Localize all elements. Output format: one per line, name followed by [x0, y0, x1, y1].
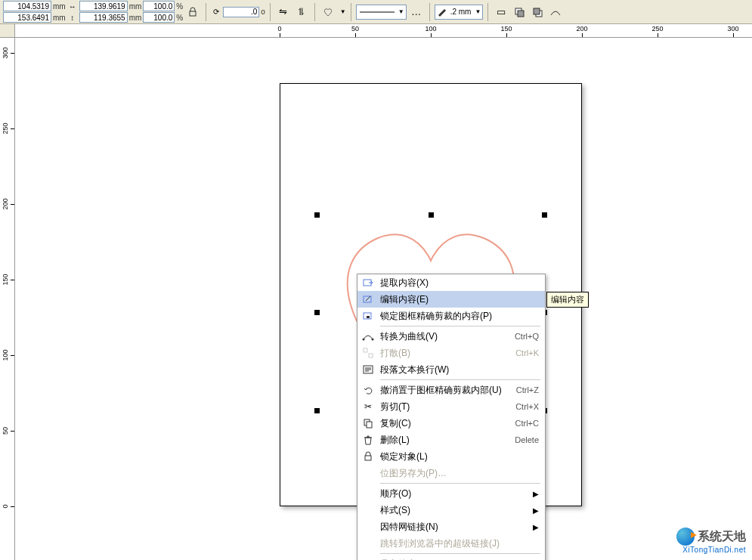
rotation-input[interactable] — [223, 7, 259, 17]
menu-lock-object[interactable]: 锁定对象(L) — [357, 448, 545, 465]
options-icon: … — [411, 6, 421, 17]
vertical-ruler[interactable]: 300250200150100500 — [0, 38, 15, 560]
extract-icon — [361, 276, 376, 289]
shape-tool-button[interactable] — [320, 4, 336, 20]
selection-handle-bl[interactable] — [314, 408, 320, 413]
menu-shortcut: Ctrl+Q — [515, 332, 539, 341]
to-back-button[interactable] — [529, 4, 546, 20]
menu-save-bitmap-as: 位图另存为(P)… — [357, 465, 545, 481]
menu-shortcut: Ctrl+C — [515, 419, 539, 428]
menu-label: 锁定图框精确剪裁的内容 — [380, 311, 480, 321]
unit-label: mm — [53, 2, 66, 11]
selection-handle-ml[interactable] — [314, 310, 320, 315]
convert-curves-button[interactable] — [547, 4, 564, 20]
menu-overprint-fill: 叠印填充(F) — [357, 555, 545, 560]
menu-shortcut: Ctrl+Z — [516, 385, 539, 394]
menu-jump-hyperlink: 跳转到浏览器中的超级链接(J) — [357, 535, 545, 552]
percent-label: % — [176, 14, 183, 22]
menu-label: 撤消置于图框精确剪裁内部 — [380, 385, 489, 395]
context-menu: 提取内容(X) 编辑内容(E) 锁定图框精确剪裁的内容(P) 转换为曲线(V) … — [357, 274, 546, 560]
menu-key: (B) — [398, 348, 410, 358]
x-position-input[interactable] — [3, 1, 51, 11]
wrap-text-button[interactable]: ▭ — [493, 4, 509, 20]
heart-icon — [322, 6, 334, 18]
selection-handle-tm[interactable] — [429, 212, 434, 218]
edit-icon — [361, 292, 376, 306]
horizontal-ruler[interactable]: 050100150200250300 — [15, 24, 752, 38]
to-front-icon — [513, 6, 525, 18]
menu-style[interactable]: 样式(S) ▶ — [357, 502, 545, 518]
menu-edit-content[interactable]: 编辑内容(E) — [357, 291, 545, 308]
menu-internet-link[interactable]: 因特网链接(N) ▶ — [357, 518, 545, 535]
menu-label: 顺序 — [380, 488, 398, 499]
height-input[interactable] — [79, 12, 128, 23]
size-group: ↔ mm ↕ mm — [67, 1, 142, 23]
menu-label: 锁定对象 — [380, 451, 416, 462]
height-icon: ↕ — [67, 12, 78, 23]
mirror-v-button[interactable]: ⥮ — [293, 4, 310, 20]
menu-key: (W) — [435, 364, 449, 375]
lock-clip-icon — [361, 309, 376, 323]
menu-undo[interactable]: 撤消置于图框精确剪裁内部(U) Ctrl+Z — [357, 382, 545, 398]
menu-shortcut: Ctrl+K — [515, 348, 539, 357]
svg-rect-20 — [365, 456, 371, 460]
menu-convert-to-curves[interactable]: 转换为曲线(V) Ctrl+Q — [357, 328, 545, 345]
menu-key: (V) — [426, 331, 438, 342]
menu-label: 提取内容 — [380, 277, 416, 288]
menu-copy[interactable]: 复制(C) Ctrl+C — [357, 415, 545, 432]
menu-key: (L) — [416, 451, 428, 462]
y-position-input[interactable] — [3, 12, 51, 23]
scissors-icon: ✂ — [361, 400, 376, 413]
mirror-v-icon: ⥮ — [297, 6, 305, 17]
unit-label: mm — [129, 2, 142, 11]
line-options-button[interactable]: … — [408, 4, 425, 20]
menu-lock-powerclip[interactable]: 锁定图框精确剪裁的内容(P) — [357, 308, 545, 324]
property-bar: mm mm ↔ mm ↕ mm % % ⟳ o ⇋ — [0, 0, 752, 24]
selection-handle-tl[interactable] — [314, 212, 320, 218]
curves-icon — [361, 330, 376, 343]
lock-ratio-button[interactable] — [184, 4, 201, 20]
menu-order[interactable]: 顺序(O) ▶ — [357, 485, 545, 502]
submenu-arrow-icon: ▶ — [533, 523, 539, 531]
svg-rect-0 — [190, 11, 196, 16]
width-input[interactable] — [79, 1, 128, 11]
break-icon — [361, 346, 376, 360]
tooltip: 编辑内容 — [546, 292, 589, 308]
menu-delete[interactable]: 删除(L) Delete — [357, 432, 545, 448]
line-style-dropdown[interactable]: ▼ — [356, 5, 407, 20]
copy-icon — [361, 416, 376, 430]
svg-rect-19 — [367, 422, 372, 428]
ruler-origin[interactable] — [0, 24, 15, 38]
paragraph-icon — [361, 363, 376, 376]
chevron-down-icon[interactable]: ▼ — [340, 8, 346, 15]
menu-key: (L) — [398, 435, 410, 445]
menu-key: (N) — [426, 521, 438, 532]
menu-key: (U) — [489, 385, 502, 395]
menu-extract-content[interactable]: 提取内容(X) — [357, 274, 545, 291]
menu-label: 编辑内容 — [380, 294, 416, 305]
menu-shortcut: Delete — [515, 435, 539, 444]
mirror-h-button[interactable]: ⇋ — [275, 4, 292, 20]
svg-rect-13 — [369, 354, 373, 357]
scale-x-input[interactable] — [143, 1, 175, 11]
svg-point-10 — [363, 339, 365, 341]
menu-key: (P) — [480, 311, 492, 321]
menu-cut[interactable]: ✂ 剪切(T) Ctrl+X — [357, 398, 545, 415]
outline-width-value: .2 mm — [450, 8, 472, 16]
menu-key: (E) — [416, 294, 429, 305]
selection-handle-tr[interactable] — [542, 212, 547, 218]
undo-icon — [361, 383, 376, 397]
outline-width-dropdown[interactable]: .2 mm ▼ — [435, 5, 484, 20]
menu-label: 段落文本换行 — [380, 364, 435, 375]
scale-group: % % — [143, 1, 183, 23]
menu-paragraph-wrap[interactable]: 段落文本换行(W) — [357, 361, 545, 378]
watermark-url: XiTongTianDi.net — [682, 546, 746, 554]
chevron-down-icon: ▼ — [475, 8, 481, 15]
unit-label: mm — [53, 14, 66, 22]
svg-rect-12 — [364, 348, 367, 352]
to-front-button[interactable] — [511, 4, 528, 20]
svg-rect-5 — [534, 8, 540, 14]
menu-label: 跳转到浏览器中的超级链接 — [380, 538, 489, 549]
scale-y-input[interactable] — [143, 12, 175, 23]
to-back-icon — [531, 6, 543, 18]
